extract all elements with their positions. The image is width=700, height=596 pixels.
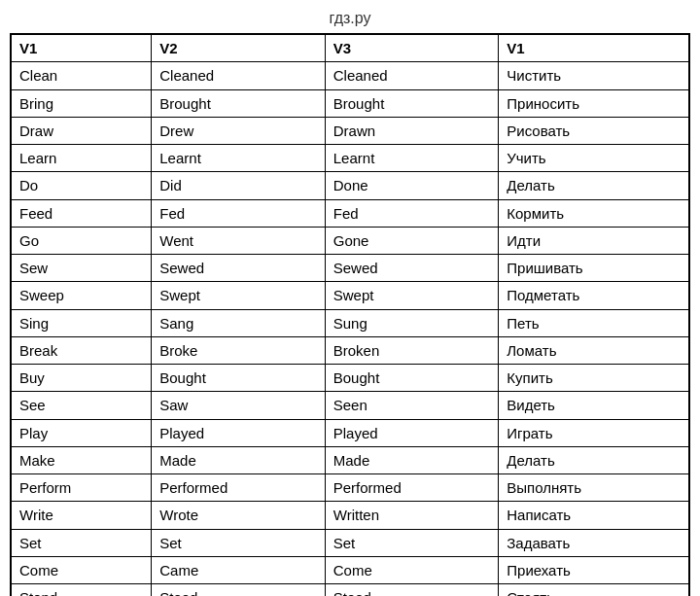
cell-r12-c2: Seen	[325, 392, 499, 419]
cell-r14-c0: Make	[12, 446, 152, 473]
cell-r9-c1: Sang	[152, 309, 326, 336]
cell-r9-c2: Sung	[325, 309, 499, 336]
cell-r14-c3: Делать	[499, 446, 689, 473]
cell-r17-c3: Задавать	[499, 529, 689, 556]
cell-r6-c1: Went	[152, 227, 326, 254]
table-row: DrawDrewDrawnРисовать	[12, 117, 689, 144]
cell-r10-c2: Broken	[325, 336, 499, 364]
table-row: BreakBrokeBrokenЛомать	[12, 336, 689, 364]
cell-r19-c0: Stand	[12, 584, 152, 597]
cell-r15-c3: Выполнять	[499, 474, 689, 502]
cell-r10-c0: Break	[12, 336, 152, 364]
cell-r11-c0: Buy	[12, 365, 152, 392]
cell-r13-c1: Played	[152, 419, 326, 446]
cell-r16-c2: Written	[325, 502, 499, 529]
cell-r19-c2: Stood	[325, 584, 499, 597]
cell-r13-c2: Played	[325, 419, 499, 446]
table-row: SingSangSungПеть	[12, 309, 689, 336]
cell-r8-c3: Подметать	[499, 282, 689, 309]
cell-r13-c0: Play	[12, 419, 152, 446]
cell-r4-c2: Done	[325, 172, 499, 199]
cell-r7-c2: Sewed	[325, 255, 499, 282]
cell-r1-c3: Приносить	[499, 89, 689, 117]
table-row: DoDidDoneДелать	[12, 172, 689, 199]
cell-r6-c0: Go	[12, 227, 152, 254]
cell-r3-c0: Learn	[12, 145, 152, 172]
table-row: CleanCleanedCleanedЧистить	[12, 62, 689, 89]
cell-r6-c2: Gone	[325, 227, 499, 254]
cell-r17-c0: Set	[12, 529, 152, 556]
cell-r4-c0: Do	[12, 172, 152, 199]
cell-r1-c2: Brought	[325, 89, 499, 117]
cell-r7-c1: Sewed	[152, 255, 326, 282]
cell-r4-c1: Did	[152, 172, 326, 199]
table-row: SweepSweptSweptПодметать	[12, 282, 689, 309]
cell-r15-c2: Performed	[325, 474, 499, 502]
cell-r9-c0: Sing	[12, 309, 152, 336]
cell-r11-c3: Купить	[499, 365, 689, 392]
site-header: гдз.ру	[330, 10, 371, 27]
table-row: BuyBoughtBoughtКупить	[12, 365, 689, 392]
cell-r2-c1: Drew	[152, 117, 326, 144]
cell-r5-c1: Fed	[152, 199, 326, 227]
cell-r16-c0: Write	[12, 502, 152, 529]
cell-r5-c2: Fed	[325, 199, 499, 227]
cell-r2-c0: Draw	[12, 117, 152, 144]
cell-r18-c1: Came	[152, 556, 326, 583]
verb-table: V1V2V3V1 CleanCleanedCleanedЧиститьBring…	[11, 34, 689, 596]
cell-r2-c3: Рисовать	[499, 117, 689, 144]
cell-r16-c1: Wrote	[152, 502, 326, 529]
table-row: PerformPerformedPerformedВыполнять	[12, 474, 689, 502]
table-row: PlayPlayedPlayedИграть	[12, 419, 689, 446]
table-row: GoWentGoneИдти	[12, 227, 689, 254]
cell-r3-c3: Учить	[499, 145, 689, 172]
cell-r2-c2: Drawn	[325, 117, 499, 144]
cell-r7-c0: Sew	[12, 255, 152, 282]
table-row: ComeCameComeПриехать	[12, 556, 689, 583]
cell-r3-c1: Learnt	[152, 145, 326, 172]
table-row: StandStoodStoodСтоять	[12, 584, 689, 597]
cell-r16-c3: Написать	[499, 502, 689, 529]
table-row: FeedFedFedКормить	[12, 199, 689, 227]
cell-r8-c0: Sweep	[12, 282, 152, 309]
table-header-row: V1V2V3V1	[12, 35, 689, 62]
cell-r6-c3: Идти	[499, 227, 689, 254]
cell-r12-c1: Saw	[152, 392, 326, 419]
cell-r0-c0: Clean	[12, 62, 152, 89]
table-row: WriteWroteWrittenНаписать	[12, 502, 689, 529]
cell-r12-c0: See	[12, 392, 152, 419]
cell-r11-c1: Bought	[152, 365, 326, 392]
cell-r5-c0: Feed	[12, 199, 152, 227]
cell-r5-c3: Кормить	[499, 199, 689, 227]
cell-r19-c1: Stood	[152, 584, 326, 597]
cell-r17-c1: Set	[152, 529, 326, 556]
cell-r15-c1: Performed	[152, 474, 326, 502]
cell-r17-c2: Set	[325, 529, 499, 556]
table-row: BringBroughtBroughtПриносить	[12, 89, 689, 117]
table-row: SeeSawSeenВидеть	[12, 392, 689, 419]
table-row: SetSetSetЗадавать	[12, 529, 689, 556]
cell-r8-c2: Swept	[325, 282, 499, 309]
cell-r0-c3: Чистить	[499, 62, 689, 89]
cell-r0-c2: Cleaned	[325, 62, 499, 89]
cell-r1-c0: Bring	[12, 89, 152, 117]
header-col-1: V2	[152, 35, 326, 62]
cell-r4-c3: Делать	[499, 172, 689, 199]
cell-r11-c2: Bought	[325, 365, 499, 392]
header-col-3: V1	[499, 35, 689, 62]
cell-r10-c3: Ломать	[499, 336, 689, 364]
cell-r19-c3: Стоять	[499, 584, 689, 597]
cell-r0-c1: Cleaned	[152, 62, 326, 89]
header-col-0: V1	[12, 35, 152, 62]
cell-r10-c1: Broke	[152, 336, 326, 364]
cell-r12-c3: Видеть	[499, 392, 689, 419]
cell-r13-c3: Играть	[499, 419, 689, 446]
verb-table-wrapper: V1V2V3V1 CleanCleanedCleanedЧиститьBring…	[10, 33, 690, 596]
table-row: MakeMadeMadeДелать	[12, 446, 689, 473]
cell-r18-c3: Приехать	[499, 556, 689, 583]
cell-r3-c2: Learnt	[325, 145, 499, 172]
cell-r9-c3: Петь	[499, 309, 689, 336]
header-col-2: V3	[325, 35, 499, 62]
cell-r7-c3: Пришивать	[499, 255, 689, 282]
cell-r14-c2: Made	[325, 446, 499, 473]
